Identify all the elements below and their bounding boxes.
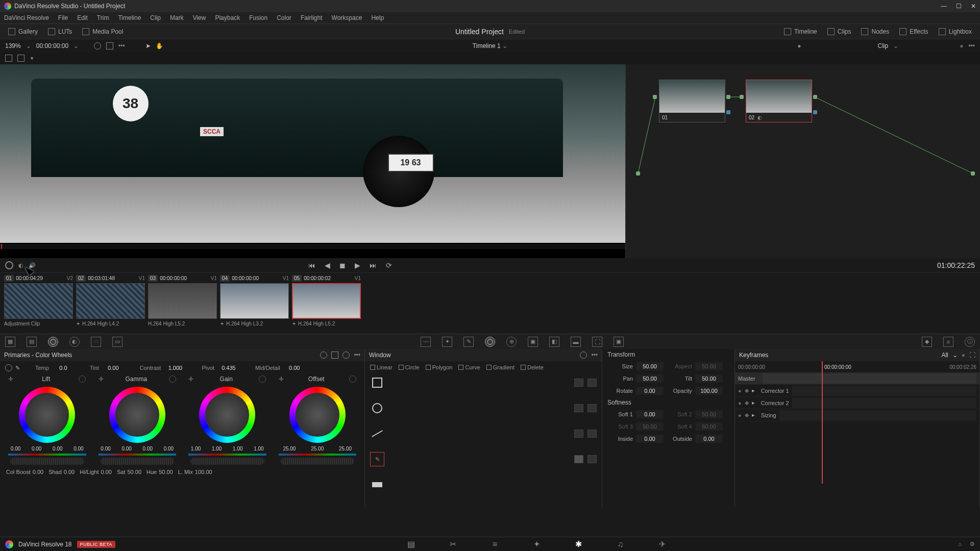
- wheel-value[interactable]: 1.00: [191, 446, 201, 452]
- win-mask-icon[interactable]: [574, 455, 583, 463]
- qualifier-icon[interactable]: ✎: [463, 337, 474, 347]
- node-menu-icon[interactable]: •••: [968, 42, 975, 49]
- node-graph[interactable]: 01 02 ◐: [625, 64, 980, 258]
- 3d-icon[interactable]: ▣: [614, 337, 624, 347]
- toolbar-luts[interactable]: LUTs: [44, 26, 76, 37]
- color-wheels-icon[interactable]: ◯: [48, 337, 58, 347]
- toolbar-gallery[interactable]: Gallery: [4, 26, 42, 37]
- maximize-button[interactable]: ☐: [956, 3, 962, 10]
- color-match-icon[interactable]: ▤: [27, 337, 37, 347]
- window-icon[interactable]: ◯: [485, 337, 495, 347]
- blur-icon[interactable]: ◧: [549, 337, 559, 347]
- wheel-reset-icon[interactable]: [169, 375, 176, 383]
- adj2-value[interactable]: 0.00: [64, 469, 75, 475]
- keyframe-ruler[interactable]: 00:00:00:00 00:00:00:00 00:00:02:26: [735, 361, 979, 372]
- wheels-mode-icon[interactable]: [320, 352, 327, 359]
- clip-04[interactable]: 0400:00:00:00V1✦H.264 High L3.2: [220, 275, 289, 332]
- trk-value[interactable]: 50.00: [695, 410, 723, 418]
- trk-value[interactable]: 50.00: [695, 422, 723, 431]
- win-mask-icon[interactable]: [574, 404, 583, 412]
- primaries-menu-icon[interactable]: •••: [354, 352, 360, 359]
- window-item-pen[interactable]: ✎: [370, 452, 597, 466]
- kf-expand-icon[interactable]: ⛶: [969, 352, 975, 359]
- wheel-reset-icon[interactable]: [259, 375, 266, 383]
- sizing-icon[interactable]: ⛶: [592, 337, 602, 347]
- viewer-timecode[interactable]: 00:00:00:00: [36, 42, 68, 49]
- wheel-value[interactable]: 0.00: [164, 446, 174, 452]
- window-item-circle[interactable]: [370, 401, 597, 415]
- adj2-value[interactable]: 50.00: [127, 469, 141, 475]
- window-tool-circle[interactable]: Circle: [399, 364, 420, 370]
- menu-fusion[interactable]: Fusion: [249, 14, 267, 21]
- trk-value[interactable]: 50.00: [636, 374, 664, 383]
- trk-value[interactable]: 0.00: [695, 435, 723, 443]
- loop-button[interactable]: ⟳: [386, 261, 392, 269]
- stop-button[interactable]: ◼: [339, 261, 346, 269]
- wheel-value[interactable]: 0.00: [143, 446, 153, 452]
- clip-02[interactable]: 0200:03:01:48V1✦H.264 High L4.2: [76, 275, 145, 332]
- wheel-picker-icon[interactable]: ✛: [8, 375, 13, 383]
- kf-enable-icon[interactable]: ◆: [745, 412, 749, 418]
- node-01[interactable]: 01: [659, 80, 725, 122]
- wheel-value[interactable]: 0.00: [121, 446, 131, 452]
- win-mask-icon[interactable]: [574, 379, 583, 387]
- wheel-value[interactable]: 0.00: [32, 446, 41, 452]
- trk-value[interactable]: 0.00: [636, 410, 664, 418]
- hand-tool-icon[interactable]: ✋: [156, 42, 163, 49]
- window-tool-curve[interactable]: Curve: [458, 364, 480, 370]
- tracker-icon[interactable]: ⊕: [506, 337, 517, 347]
- kf-enable-icon[interactable]: ◆: [745, 387, 749, 394]
- timeline-name[interactable]: Timeline 1: [473, 42, 501, 49]
- graph-output-node[interactable]: [971, 171, 975, 176]
- menu-davinci-resolve[interactable]: DaVinci Resolve: [4, 14, 49, 21]
- kf-lock-icon[interactable]: ●: [738, 388, 742, 394]
- node-02[interactable]: 02 ◐: [746, 80, 812, 122]
- first-frame-button[interactable]: ⏮: [308, 261, 315, 269]
- clip-05[interactable]: 0500:00:00:02V1✦H.264 High L5.2: [292, 275, 361, 332]
- adjust-tint-value[interactable]: 0.00: [102, 365, 125, 371]
- project-settings-icon[interactable]: ⚙: [970, 541, 975, 547]
- clip-01[interactable]: 0100:00:04:29V2Adjustment Clip: [4, 275, 73, 332]
- trk-value[interactable]: 0.00: [636, 387, 664, 395]
- keyframe-row-corrector-1[interactable]: ●◆▸Corrector 1: [735, 385, 979, 397]
- window-menu-icon[interactable]: •••: [591, 352, 598, 359]
- adj2-value[interactable]: 100.00: [195, 469, 212, 475]
- win-invert-icon[interactable]: [587, 430, 597, 438]
- zoom-chevron-icon[interactable]: ⌄: [26, 42, 31, 49]
- viewer-scrubber[interactable]: [0, 244, 625, 249]
- home-icon[interactable]: ⌂: [958, 541, 962, 547]
- color-wheel-gamma[interactable]: [109, 387, 165, 443]
- window-item-curve[interactable]: [370, 427, 597, 441]
- kf-playhead[interactable]: [822, 361, 823, 484]
- play-button[interactable]: ▶: [355, 261, 360, 269]
- pick-white-icon[interactable]: ✎: [15, 365, 20, 371]
- minimize-button[interactable]: —: [941, 3, 947, 10]
- color-wheel-lift[interactable]: [19, 387, 75, 443]
- wheel-jog[interactable]: [101, 458, 175, 465]
- wheel-value[interactable]: 1.00: [254, 446, 263, 452]
- render-cache-icon[interactable]: ◐: [18, 262, 23, 269]
- keyframe-row-corrector-2[interactable]: ●◆▸Corrector 2: [735, 397, 979, 409]
- graph-input-node[interactable]: [636, 171, 640, 176]
- prev-frame-button[interactable]: ◀: [325, 261, 330, 269]
- menu-timeline[interactable]: Timeline: [118, 14, 141, 21]
- menu-help[interactable]: Help: [371, 14, 384, 21]
- menu-color[interactable]: Color: [277, 14, 291, 21]
- wheel-value[interactable]: 25.00: [339, 446, 352, 452]
- color-wheel-offset[interactable]: [289, 387, 346, 443]
- wheel-reset-icon[interactable]: [349, 375, 356, 383]
- fairlight-page-icon[interactable]: ♫: [615, 540, 626, 549]
- magic-mask-icon[interactable]: ▣: [528, 337, 538, 347]
- highlight-icon[interactable]: ✦: [30, 55, 34, 62]
- wheel-jog[interactable]: [190, 458, 264, 465]
- menu-workspace[interactable]: Workspace: [332, 14, 362, 21]
- node-out-icon[interactable]: [726, 95, 730, 99]
- trk-value[interactable]: 50.00: [636, 422, 664, 431]
- kf-enable-icon[interactable]: ◆: [745, 399, 749, 406]
- node-in-icon[interactable]: [740, 95, 744, 99]
- trk-value[interactable]: 50.00: [695, 362, 723, 370]
- toolbar-lightbox[interactable]: Lightbox: [935, 26, 976, 37]
- menu-mark[interactable]: Mark: [170, 14, 184, 21]
- arrow-tool-icon[interactable]: ➤: [145, 42, 151, 49]
- viewer[interactable]: 38 SCCA 19 63: [0, 64, 625, 258]
